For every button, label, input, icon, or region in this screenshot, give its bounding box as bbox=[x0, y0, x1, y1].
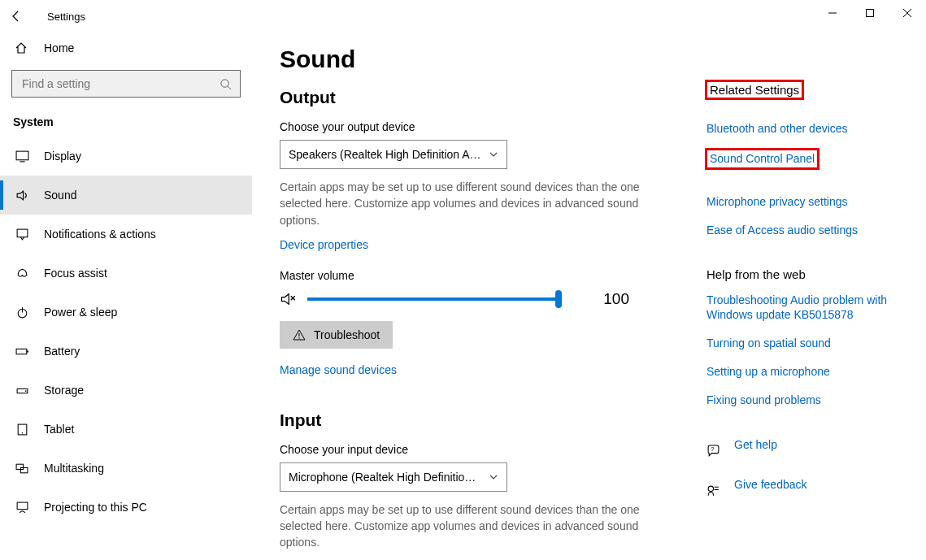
sidebar-item-multitasking[interactable]: Multitasking bbox=[0, 449, 252, 488]
sidebar: Home System Display Sound Notifications … bbox=[0, 33, 252, 560]
master-volume-label: Master volume bbox=[280, 269, 679, 282]
sidebar-item-label: Notifications & actions bbox=[44, 228, 156, 241]
sound-icon bbox=[15, 188, 29, 202]
troubleshoot-button[interactable]: Troubleshoot bbox=[280, 321, 393, 349]
sidebar-item-label: Tablet bbox=[44, 423, 74, 436]
sidebar-home-label: Home bbox=[44, 41, 74, 54]
sidebar-item-label: Multitasking bbox=[44, 462, 104, 475]
chevron-down-icon bbox=[489, 472, 498, 482]
display-icon bbox=[15, 149, 29, 163]
input-heading: Input bbox=[280, 410, 679, 430]
sidebar-item-label: Focus assist bbox=[44, 267, 107, 280]
search-icon bbox=[220, 78, 232, 90]
sidebar-item-focus-assist[interactable]: Focus assist bbox=[0, 254, 252, 293]
ease-of-access-link[interactable]: Ease of Access audio settings bbox=[706, 223, 910, 238]
minimize-button[interactable] bbox=[814, 0, 851, 26]
chevron-down-icon bbox=[489, 150, 498, 159]
battery-icon bbox=[15, 344, 29, 358]
home-icon bbox=[15, 41, 29, 54]
sound-control-panel-link[interactable]: Sound Control Panel bbox=[706, 150, 818, 168]
volume-mute-icon[interactable] bbox=[280, 291, 296, 307]
give-feedback-row[interactable]: Give feedback bbox=[706, 477, 910, 506]
svg-text:?: ? bbox=[711, 445, 714, 453]
maximize-button[interactable] bbox=[851, 0, 889, 26]
output-heading: Output bbox=[280, 88, 679, 107]
input-device-dropdown[interactable]: Microphone (Realtek High Definitio… bbox=[280, 462, 507, 492]
sidebar-item-storage[interactable]: Storage bbox=[0, 371, 252, 410]
get-help-row[interactable]: ? Get help bbox=[706, 437, 910, 466]
sidebar-item-label: Projecting to this PC bbox=[44, 501, 147, 514]
give-feedback-link[interactable]: Give feedback bbox=[734, 477, 807, 493]
svg-rect-9 bbox=[16, 349, 27, 354]
svg-rect-6 bbox=[17, 229, 28, 237]
input-help-text: Certain apps may be set up to use differ… bbox=[280, 501, 646, 551]
input-device-value: Microphone (Realtek High Definitio… bbox=[289, 471, 482, 484]
sidebar-item-label: Storage bbox=[44, 384, 84, 397]
svg-point-12 bbox=[24, 390, 26, 392]
sidebar-item-label: Power & sleep bbox=[44, 306, 117, 319]
related-settings-heading: Related Settings bbox=[706, 81, 802, 98]
mic-privacy-link[interactable]: Microphone privacy settings bbox=[706, 194, 910, 210]
svg-point-2 bbox=[221, 79, 228, 86]
svg-rect-17 bbox=[17, 502, 28, 510]
sidebar-heading: System bbox=[11, 115, 241, 128]
svg-rect-1 bbox=[867, 10, 874, 17]
feedback-icon bbox=[706, 484, 721, 498]
get-help-icon: ? bbox=[706, 445, 721, 458]
focus-assist-icon bbox=[15, 266, 29, 280]
troubleshoot-label: Troubleshoot bbox=[314, 328, 380, 341]
bluetooth-link[interactable]: Bluetooth and other devices bbox=[706, 121, 910, 137]
sidebar-item-notifications[interactable]: Notifications & actions bbox=[0, 215, 252, 254]
output-choose-label: Choose your output device bbox=[280, 120, 679, 133]
close-button[interactable] bbox=[889, 0, 926, 26]
main-content: Sound Output Choose your output device S… bbox=[252, 33, 706, 560]
power-icon bbox=[15, 305, 29, 319]
notifications-icon bbox=[15, 227, 29, 241]
sidebar-item-label: Display bbox=[44, 150, 81, 163]
tablet-icon bbox=[15, 422, 29, 436]
webhelp-mic-link[interactable]: Setting up a microphone bbox=[706, 364, 910, 380]
output-help-text: Certain apps may be set up to use differ… bbox=[280, 179, 646, 228]
help-from-web-heading: Help from the web bbox=[706, 267, 910, 281]
output-device-value: Speakers (Realtek High Definition A… bbox=[289, 148, 482, 161]
slider-thumb[interactable] bbox=[555, 290, 562, 308]
title-bar: Settings bbox=[0, 0, 926, 33]
svg-rect-16 bbox=[20, 467, 28, 472]
master-volume-value: 100 bbox=[603, 290, 629, 308]
svg-point-19 bbox=[298, 337, 299, 338]
back-button[interactable] bbox=[0, 0, 33, 33]
warning-icon bbox=[293, 328, 306, 341]
aside: Related Settings Bluetooth and other dev… bbox=[706, 33, 926, 560]
svg-rect-10 bbox=[26, 350, 28, 352]
webhelp-troubleshoot-link[interactable]: Troubleshooting Audio problem with Windo… bbox=[706, 293, 910, 323]
svg-rect-4 bbox=[16, 151, 28, 160]
search-box[interactable] bbox=[11, 70, 241, 98]
svg-point-14 bbox=[21, 432, 22, 433]
sidebar-item-display[interactable]: Display bbox=[0, 137, 252, 176]
manage-sound-devices-link[interactable]: Manage sound devices bbox=[280, 363, 397, 376]
projecting-icon bbox=[15, 500, 29, 514]
sidebar-item-power-sleep[interactable]: Power & sleep bbox=[0, 293, 252, 332]
window-title: Settings bbox=[47, 11, 85, 23]
sidebar-item-tablet[interactable]: Tablet bbox=[0, 410, 252, 449]
sidebar-item-projecting[interactable]: Projecting to this PC bbox=[0, 488, 252, 527]
search-input[interactable] bbox=[20, 76, 220, 91]
input-choose-label: Choose your input device bbox=[280, 443, 679, 456]
sidebar-item-battery[interactable]: Battery bbox=[0, 332, 252, 371]
svg-line-3 bbox=[228, 86, 231, 89]
sidebar-item-label: Sound bbox=[44, 189, 76, 202]
multitasking-icon bbox=[15, 461, 29, 475]
svg-rect-15 bbox=[16, 464, 24, 469]
output-device-dropdown[interactable]: Speakers (Realtek High Definition A… bbox=[280, 140, 507, 169]
sidebar-item-sound[interactable]: Sound bbox=[0, 176, 252, 215]
sidebar-item-label: Battery bbox=[44, 345, 80, 358]
get-help-link[interactable]: Get help bbox=[734, 437, 777, 453]
storage-icon bbox=[15, 383, 29, 397]
webhelp-spatial-link[interactable]: Turning on spatial sound bbox=[706, 336, 910, 351]
device-properties-link[interactable]: Device properties bbox=[280, 238, 368, 251]
master-volume-slider[interactable] bbox=[307, 297, 558, 301]
webhelp-fix-link[interactable]: Fixing sound problems bbox=[706, 393, 910, 408]
page-title: Sound bbox=[280, 46, 679, 73]
sidebar-home[interactable]: Home bbox=[11, 33, 241, 63]
svg-point-21 bbox=[708, 486, 713, 491]
